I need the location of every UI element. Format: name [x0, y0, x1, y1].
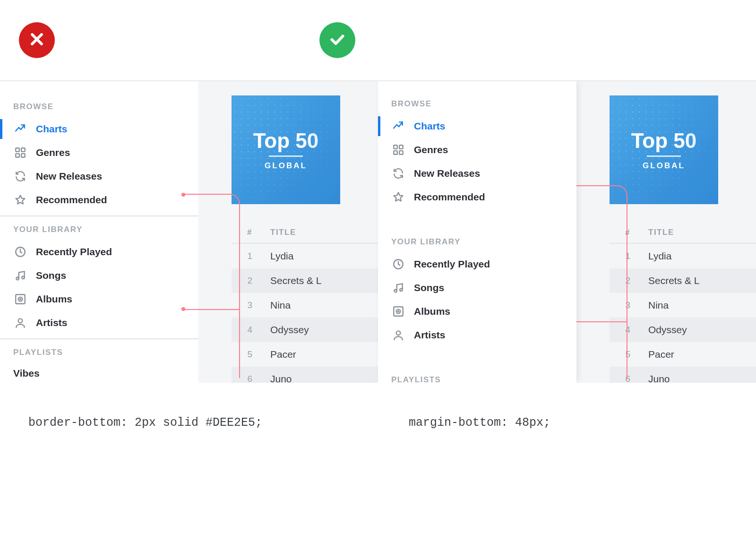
check-icon: [328, 30, 347, 51]
svg-point-16: [394, 290, 396, 292]
svg-rect-2: [16, 154, 19, 157]
sidebar-item-recently-played[interactable]: Recently Played: [0, 240, 198, 264]
sidebar-item-label: Vibes: [13, 368, 40, 379]
svg-point-20: [398, 311, 399, 312]
section-header-playlists: PLAYLISTS: [378, 370, 576, 383]
sidebar-item-label: Songs: [414, 282, 444, 293]
sidebar-item-genres[interactable]: Genres: [378, 138, 576, 162]
section-header-browse: BROWSE: [378, 94, 576, 114]
trend-up-icon: [13, 122, 27, 136]
sidebar-item-playlist-vibes[interactable]: Vibes: [0, 363, 198, 383]
code-labels: border-bottom: 2px solid #DEE2E5; margin…: [0, 383, 756, 430]
sidebar-item-label: Albums: [36, 293, 72, 305]
sidebar-item-label: Songs: [36, 270, 66, 281]
sidebar-item-label: Recommended: [414, 191, 485, 203]
table-row[interactable]: 3Nina: [232, 293, 378, 318]
sidebar-bad: BROWSE Charts Genres New Releases Recomm…: [0, 81, 198, 383]
sidebar-item-charts[interactable]: Charts: [378, 114, 576, 138]
svg-rect-1: [21, 148, 25, 152]
music-note-icon: [391, 281, 405, 295]
sidebar-item-artists[interactable]: Artists: [0, 311, 198, 335]
sidebar-item-albums[interactable]: Albums: [378, 300, 576, 323]
col-title-header: TITLE: [270, 228, 378, 237]
sidebar-item-songs[interactable]: Songs: [0, 264, 198, 287]
grid-icon: [391, 143, 405, 157]
sidebar-item-albums[interactable]: Albums: [0, 287, 198, 311]
disc-icon: [391, 304, 405, 319]
sidebar-item-songs[interactable]: Songs: [378, 276, 576, 300]
clock-icon: [13, 245, 27, 259]
album-subtitle: GLOBAL: [265, 161, 307, 171]
svg-rect-14: [399, 151, 403, 155]
sidebar-item-new-releases[interactable]: New Releases: [378, 162, 576, 185]
table-row[interactable]: 1Lydia: [232, 244, 378, 268]
col-title-header: TITLE: [648, 228, 756, 237]
sidebar-item-genres[interactable]: Genres: [0, 141, 198, 164]
sidebar-item-charts[interactable]: Charts: [0, 117, 198, 141]
star-icon: [391, 190, 405, 204]
table-row[interactable]: 1Lydia: [610, 244, 756, 268]
table-row[interactable]: 4Odyssey: [232, 318, 378, 342]
do-badge: [319, 22, 355, 58]
svg-rect-3: [21, 154, 25, 157]
sidebar-item-label: Genres: [36, 147, 70, 158]
track-table-header: # TITLE: [610, 228, 756, 244]
table-row[interactable]: 6Juno: [232, 367, 378, 383]
code-snippet-bad: border-bottom: 2px solid #DEE2E5;: [28, 416, 347, 430]
star-icon: [13, 193, 27, 207]
album-card[interactable]: Top 50 GLOBAL: [610, 95, 718, 204]
sidebar-item-recommended[interactable]: Recommended: [0, 188, 198, 212]
svg-point-5: [16, 277, 18, 280]
code-snippet-good: margin-bottom: 48px;: [347, 416, 728, 430]
col-number-header: #: [622, 228, 648, 237]
table-row[interactable]: 2Secrets & L: [610, 268, 756, 293]
album-subtitle: GLOBAL: [643, 161, 685, 171]
table-row[interactable]: 5Pacer: [232, 342, 378, 367]
svg-rect-12: [399, 145, 403, 149]
dont-badge: [19, 22, 55, 58]
sidebar-item-recommended[interactable]: Recommended: [378, 185, 576, 209]
music-note-icon: [13, 268, 27, 283]
grid-icon: [13, 146, 27, 160]
sidebar-good: BROWSE Charts Genres New Releases Recomm…: [378, 81, 576, 383]
disc-icon: [13, 292, 27, 306]
table-row[interactable]: 6Juno: [610, 367, 756, 383]
bad-example-panel: BROWSE Charts Genres New Releases Recomm…: [0, 81, 378, 383]
table-row[interactable]: 4Odyssey: [610, 318, 756, 342]
sidebar-item-label: Charts: [414, 121, 446, 132]
comparison-header: [0, 0, 756, 80]
sidebar-item-label: Genres: [414, 144, 448, 155]
sidebar-item-label: Artists: [414, 329, 446, 341]
person-icon: [391, 328, 405, 342]
svg-point-9: [20, 299, 21, 300]
sidebar-item-label: New Releases: [414, 168, 480, 179]
track-table-header: # TITLE: [232, 228, 378, 244]
refresh-icon: [391, 166, 405, 181]
sidebar-item-label: Artists: [36, 317, 68, 328]
album-card[interactable]: Top 50 GLOBAL: [232, 95, 340, 204]
svg-point-6: [22, 276, 24, 279]
section-header-library: YOUR LIBRARY: [378, 232, 576, 252]
section-header-playlists: PLAYLISTS: [0, 339, 198, 363]
svg-point-17: [400, 289, 402, 291]
trend-up-icon: [391, 119, 405, 133]
table-row[interactable]: 5Pacer: [610, 342, 756, 367]
sidebar-item-label: Recently Played: [36, 246, 112, 258]
world-map-decor: [610, 95, 718, 204]
content-area: Top 50 GLOBAL # TITLE 1Lydia 2Secrets & …: [198, 81, 378, 383]
col-number-header: #: [244, 228, 270, 237]
sidebar-item-label: Recommended: [36, 194, 107, 206]
sidebar-item-new-releases[interactable]: New Releases: [0, 164, 198, 188]
track-table: # TITLE 1Lydia 2Secrets & L 3Nina 4Odyss…: [232, 228, 378, 383]
section-header-library: YOUR LIBRARY: [0, 216, 198, 240]
table-row[interactable]: 3Nina: [610, 293, 756, 318]
svg-rect-13: [394, 151, 397, 155]
table-row[interactable]: 2Secrets & L: [232, 268, 378, 293]
sidebar-item-label: Recently Played: [414, 258, 490, 270]
comparison-panels: BROWSE Charts Genres New Releases Recomm…: [0, 80, 756, 383]
sidebar-item-recently-played[interactable]: Recently Played: [378, 252, 576, 276]
sidebar-item-label: Albums: [414, 306, 450, 317]
svg-point-10: [18, 319, 23, 323]
x-icon: [27, 30, 46, 51]
sidebar-item-artists[interactable]: Artists: [378, 323, 576, 347]
